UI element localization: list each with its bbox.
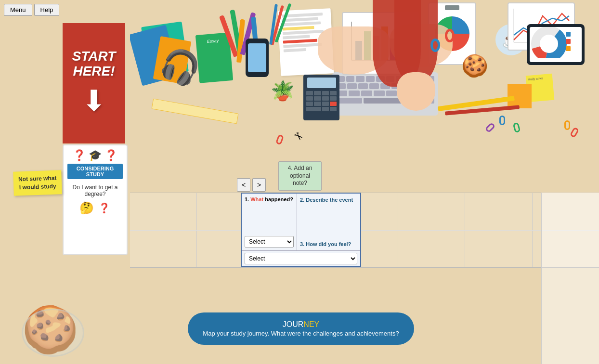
calc-screen xyxy=(307,78,336,88)
timeline-top-border xyxy=(130,193,599,193)
what-happened-label: 1. What happened? xyxy=(245,196,294,202)
describe-event-label: 2. Describe the event xyxy=(300,196,357,203)
considering-study-card[interactable]: ❓ 🎓 ❓ CONSIDERING STUDY Do I want to get… xyxy=(63,144,128,255)
nav-arrows: < > xyxy=(237,178,266,192)
svg-rect-15 xyxy=(566,32,571,37)
what-underline: What xyxy=(250,196,263,202)
form-right: 2. Describe the event 3. How did you fee… xyxy=(297,194,360,250)
start-here-text: START HERE! xyxy=(63,49,125,79)
svg-point-14 xyxy=(542,37,556,51)
what-happened-select[interactable]: Select xyxy=(245,236,294,247)
question-emoji: ❓ xyxy=(98,201,111,215)
desk-bg: Essay 🎧 xyxy=(130,0,599,149)
journey-jour-text: JOUR xyxy=(283,320,304,329)
right-panel-top xyxy=(541,193,599,267)
help-button[interactable]: Help xyxy=(34,4,60,16)
right-panel-bottom xyxy=(541,267,599,364)
graduation-icon: 🎓 xyxy=(89,149,102,162)
start-arrow-icon: ⬇ xyxy=(82,84,106,117)
paperclip-purple xyxy=(485,122,496,133)
paperclip-blue xyxy=(499,116,505,125)
feel-select[interactable]: Select xyxy=(245,253,357,264)
calc-buttons xyxy=(303,90,339,112)
tablet-chart-svg xyxy=(530,27,578,58)
journey-subtitle: Map your study journey. What were the ch… xyxy=(202,330,400,337)
hand-right xyxy=(397,72,435,111)
form-bottom: Select xyxy=(242,250,360,266)
tablet-device xyxy=(527,24,585,65)
feel-label: 3. How did you feel? xyxy=(300,241,357,247)
considering-question: Do I want to get a degree? xyxy=(67,184,123,197)
ruler xyxy=(151,99,238,124)
tape-blue xyxy=(430,39,440,52)
sticky-note: Not sure what I would study xyxy=(13,170,62,195)
timeline-bottom-border xyxy=(130,267,599,268)
phone-device xyxy=(246,39,269,77)
tape-red xyxy=(445,29,455,42)
calculator xyxy=(303,75,339,120)
form-left: 1. What happened? Select xyxy=(242,194,297,250)
scissors-icon: ✂ xyxy=(290,129,305,143)
cookies-desk: 🍪 xyxy=(461,53,488,78)
event-form: 1. What happened? Select 2. Describe the… xyxy=(241,193,361,267)
journey-banner: JOUR NEY Map your study journey. What we… xyxy=(188,312,414,345)
considering-question-icons: ❓ 🎓 ❓ xyxy=(73,149,117,162)
phone-screen xyxy=(248,43,266,72)
paperclip-red-2 xyxy=(570,127,579,138)
top-navigation: Menu Help xyxy=(4,4,59,16)
menu-button[interactable]: Menu xyxy=(4,4,32,16)
tablet-screen xyxy=(530,27,582,62)
start-here-panel: START HERE! ⬇ xyxy=(63,23,125,143)
paperclip-red xyxy=(275,134,284,145)
considering-header: CONSIDERING STUDY xyxy=(67,164,123,179)
cookie-plate xyxy=(22,309,84,357)
back-arrow-button[interactable]: < xyxy=(237,178,250,192)
svg-rect-17 xyxy=(566,46,571,51)
optional-note-popup[interactable]: 4. Add an optional note? xyxy=(278,161,322,191)
svg-rect-16 xyxy=(566,39,571,44)
journey-ney-text: NEY xyxy=(303,320,319,329)
plant-icon: 🪴 xyxy=(271,79,295,102)
thinking-emoji: 🤔 xyxy=(79,201,94,215)
event-form-top: 1. What happened? Select 2. Describe the… xyxy=(242,194,360,250)
paperclip-orange xyxy=(564,120,570,130)
emoji-row: 🤔 ❓ xyxy=(79,201,111,215)
header-illustration: Essay 🎧 xyxy=(130,0,599,149)
journey-title: JOUR NEY xyxy=(202,320,400,329)
forward-arrow-button[interactable]: > xyxy=(252,178,266,192)
timeline-mid-border xyxy=(130,230,599,231)
question-icon-1: ❓ xyxy=(73,149,86,162)
paperclip-green xyxy=(513,122,521,133)
question-icon-2: ❓ xyxy=(104,149,117,162)
